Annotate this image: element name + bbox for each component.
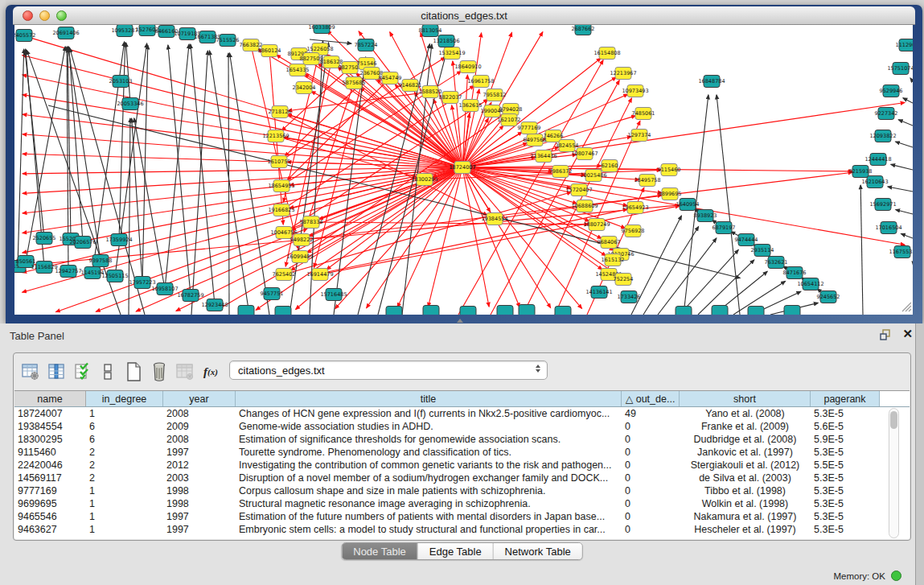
graph-edge[interactable] [680,249,738,315]
cell-short[interactable]: de Silva et al. (2003) [680,472,811,484]
graph-node[interactable] [676,307,692,315]
cell-pagerank[interactable]: 5.3E-5 [811,497,880,510]
cell-name[interactable]: 9465546 [14,510,86,523]
cell-name[interactable]: 9115460 [14,446,86,459]
cell-title[interactable]: Investigating the contribution of common… [236,459,622,472]
graph-edge[interactable] [717,95,740,315]
cell-short[interactable]: Nakamura et al. (1997) [680,510,811,523]
cell-in_degree[interactable]: 1 [86,484,163,497]
tab-node-table[interactable]: Node Table [342,543,418,559]
cell-in_degree[interactable]: 1 [86,497,163,510]
new-table-icon[interactable] [121,360,146,384]
delete-table-icon[interactable] [147,360,171,384]
window-titlebar[interactable]: citations_edges.txt [13,6,915,25]
table-select-combo[interactable]: citations_edges.txt [229,360,548,380]
cell-pagerank[interactable]: 5.3E-5 [811,523,880,536]
graph-edge[interactable] [68,47,101,261]
table-row[interactable]: 969969511998Structural magnetic resonanc… [14,497,910,510]
table-settings-icon[interactable] [18,360,43,384]
cell-pagerank[interactable]: 5.9E-5 [811,433,880,446]
graph-edge[interactable] [860,185,863,315]
cell-in_degree[interactable]: 2 [86,446,163,459]
cell-name[interactable]: 9463627 [14,523,86,536]
table-row[interactable]: 1830029562008Estimation of significance … [14,433,910,446]
table-row[interactable]: 911546021997Tourette syndrome. Phenomeno… [14,446,910,459]
graph-node[interactable] [423,306,439,315]
cell-pagerank[interactable]: 5.3E-5 [811,484,880,497]
tab-network-table[interactable]: Network Table [494,543,582,559]
column-header-name[interactable]: name [14,391,86,406]
graph-edge[interactable] [896,142,913,147]
select-columns-icon[interactable] [70,360,94,384]
graph-edge[interactable] [891,164,913,170]
graph-edge[interactable] [912,262,913,262]
graph-node[interactable] [497,306,513,315]
graph-edge[interactable] [142,45,148,282]
cell-name[interactable]: 22420046 [14,459,86,472]
graph-edge[interactable] [228,53,229,315]
cell-name[interactable]: 18724007 [14,407,86,420]
graph-edge[interactable] [898,120,913,126]
scrollbar-thumb[interactable] [890,411,897,429]
cell-short[interactable]: Stergiakouli et al. (2012) [680,459,811,472]
cell-out_de[interactable]: 0 [622,472,680,484]
close-panel-icon[interactable]: ✕ [902,327,913,341]
cell-year[interactable]: 1998 [163,497,236,510]
cell-short[interactable]: Hescheler et al. (1997) [680,523,811,536]
cell-short[interactable]: Jankovic et al. (1997) [680,446,811,459]
tab-edge-table[interactable]: Edge Table [418,543,494,559]
graph-node[interactable] [275,307,291,315]
graph-node[interactable] [238,306,254,315]
cell-year[interactable]: 2008 [163,433,236,446]
graph-edge-selected[interactable] [23,35,462,167]
cell-short[interactable]: Yano et al. (2008) [680,407,811,420]
cell-short[interactable]: Franke et al. (2009) [680,420,811,433]
graph-edge[interactable] [910,78,913,81]
cell-year[interactable]: 1997 [163,523,236,536]
column-header-out_de[interactable]: △ out_de... [622,391,680,406]
table-row[interactable]: 946554611997Estimation of the future num… [14,510,910,523]
table-row[interactable]: 946362711997Embryonic stem cells: a mode… [14,523,910,536]
function-builder-icon[interactable]: f(x) [199,360,223,384]
graph-node[interactable] [712,306,728,315]
cell-title[interactable]: Disruption of a novel member of a sodium… [236,472,622,484]
cell-pagerank[interactable]: 5.3E-5 [811,472,880,484]
cell-year[interactable]: 2003 [163,472,236,484]
cell-in_degree[interactable]: 1 [86,523,163,536]
cell-in_degree[interactable]: 2 [86,472,163,484]
cell-title[interactable]: Estimation of the future numbers of pati… [236,510,622,523]
cell-out_de[interactable]: 0 [622,433,680,446]
graph-edge-selected[interactable] [23,95,462,167]
cell-name[interactable]: 19384554 [14,420,86,433]
cell-year[interactable]: 2009 [163,420,236,433]
cell-year[interactable]: 2012 [163,459,236,472]
cell-year[interactable]: 1998 [163,484,236,497]
graph-edge[interactable] [901,234,913,238]
cell-title[interactable]: Tourette syndrome. Phenomenology and cla… [236,446,622,459]
cell-title[interactable]: Genome-wide association studies in ADHD. [236,420,622,433]
graph-edge[interactable] [643,226,699,315]
graph-node[interactable] [555,307,571,315]
graph-edge[interactable] [896,209,913,214]
cell-short[interactable]: Tibbo et al. (1998) [680,484,811,497]
cell-pagerank[interactable]: 5.3E-5 [811,510,880,523]
cell-title[interactable]: Changes of HCN gene expression and I(f) … [236,407,622,420]
graph-node[interactable] [784,306,800,315]
cell-in_degree[interactable]: 6 [86,433,163,446]
column-header-short[interactable]: short [680,391,811,406]
cell-year[interactable]: 1997 [163,510,236,523]
cell-pagerank[interactable]: 5.3E-5 [811,407,880,420]
cell-out_de[interactable]: 0 [622,484,680,497]
graph-edge[interactable] [69,47,83,242]
graph-node[interactable] [519,305,535,315]
cell-in_degree[interactable]: 2 [86,459,163,472]
column-header-in_degree[interactable]: in_degree [86,391,163,406]
table-row[interactable]: 2242004622012Investigating the contribut… [14,459,910,472]
cell-title[interactable]: Corpus callosum shape and size in male p… [236,484,622,497]
graph-edge[interactable] [230,53,269,315]
column-header-year[interactable]: year [163,391,236,406]
column-header-pagerank[interactable]: pagerank [811,391,880,406]
cell-year[interactable]: 2008 [163,407,236,420]
cell-out_de[interactable]: 0 [622,459,680,472]
graph-edge-selected[interactable] [23,167,462,213]
